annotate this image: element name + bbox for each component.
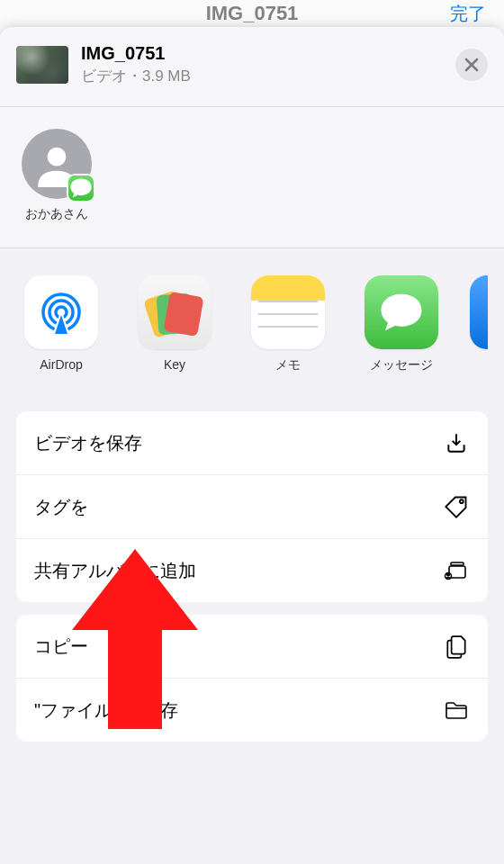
partial-app-icon	[470, 275, 488, 349]
share-sheet: IMG_0751 ビデオ・3.9 MB おかあさん	[0, 27, 504, 864]
copy-icon	[443, 633, 470, 660]
contact-item[interactable]: おかあさん	[22, 129, 92, 222]
airdrop-icon	[24, 275, 98, 349]
file-title: IMG_0751	[81, 43, 455, 64]
avatar	[22, 129, 92, 199]
action-add-tag[interactable]: タグを	[16, 475, 488, 539]
file-thumbnail	[16, 46, 68, 84]
action-label: コピー	[34, 634, 88, 659]
action-shared-album[interactable]: 共有アルバムに追加	[16, 539, 488, 602]
svg-point-4	[460, 500, 464, 503]
messages-icon	[364, 275, 438, 349]
notes-icon	[251, 275, 325, 349]
action-save-video[interactable]: ビデオを保存	[16, 411, 488, 475]
download-icon	[443, 429, 470, 456]
action-copy[interactable]: コピー	[16, 615, 488, 679]
app-partial[interactable]	[470, 275, 488, 374]
close-button[interactable]	[455, 49, 488, 81]
app-notes[interactable]: メモ	[243, 275, 333, 374]
tag-icon	[443, 493, 470, 520]
app-airdrop[interactable]: AirDrop	[16, 275, 106, 374]
file-subtitle: ビデオ・3.9 MB	[81, 66, 455, 86]
sheet-header: IMG_0751 ビデオ・3.9 MB	[0, 27, 504, 107]
app-label: AirDrop	[40, 357, 82, 372]
action-label: タグを	[34, 495, 88, 519]
action-group-2: コピー "ファイル" に保存	[16, 615, 488, 742]
app-label: Key	[164, 357, 185, 372]
folder-icon	[443, 697, 470, 724]
svg-point-0	[48, 148, 67, 166]
shared-album-icon	[443, 557, 470, 584]
file-info: IMG_0751 ビデオ・3.9 MB	[81, 43, 455, 86]
contacts-row: おかあさん	[0, 107, 504, 248]
app-label: メッセージ	[370, 357, 433, 374]
key-icon	[138, 275, 212, 349]
close-icon	[464, 58, 479, 72]
action-group-1: ビデオを保存 タグを 共有アルバムに追加	[16, 411, 488, 602]
svg-point-8	[447, 573, 450, 576]
bg-title: IMG_0751	[206, 2, 299, 25]
action-label: ビデオを保存	[34, 431, 142, 455]
svg-rect-5	[451, 562, 464, 565]
app-key[interactable]: Key	[130, 275, 220, 374]
action-save-to-files[interactable]: "ファイル" に保存	[16, 679, 488, 742]
messages-badge-icon	[68, 176, 94, 201]
app-messages[interactable]: メッセージ	[356, 275, 446, 374]
action-label: "ファイル" に保存	[34, 698, 178, 723]
action-label: 共有アルバムに追加	[34, 559, 196, 583]
apps-row: AirDrop Key メモ メッセージ	[0, 248, 504, 397]
app-label: メモ	[275, 357, 301, 374]
done-button[interactable]: 完了	[450, 2, 486, 26]
